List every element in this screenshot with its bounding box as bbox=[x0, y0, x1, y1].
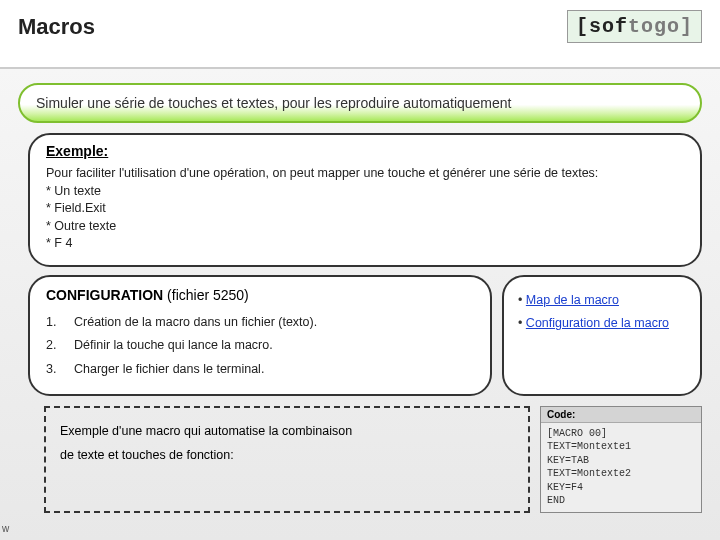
code-panel-body: [MACRO 00] TEXT=Montexte1 KEY=TAB TEXT=M… bbox=[541, 423, 701, 512]
example-heading: Exemple: bbox=[46, 143, 684, 159]
page-title: Macros bbox=[18, 14, 95, 40]
example-card: Exemple: Pour faciliter l'utilisation d'… bbox=[28, 133, 702, 267]
logo-part-dark: [sof bbox=[576, 15, 628, 38]
config-heading-bold: CONFIGURATION bbox=[46, 287, 163, 303]
step-text: Définir la touche qui lance la macro. bbox=[74, 334, 273, 358]
logo-part-light: togo] bbox=[628, 15, 693, 38]
code-panel: Code: [MACRO 00] TEXT=Montexte1 KEY=TAB … bbox=[540, 406, 702, 513]
config-heading: CONFIGURATION (fichier 5250) bbox=[46, 287, 474, 303]
step-number: 2. bbox=[46, 334, 60, 358]
example-item: * Un texte bbox=[46, 183, 684, 201]
link-config-macro[interactable]: Configuration de la macro bbox=[526, 316, 669, 330]
link-row: Map de la macro bbox=[518, 289, 686, 313]
example-body: Pour faciliter l'utilisation d'une opéra… bbox=[46, 165, 684, 253]
code-desc-line: de texte et touches de fonction: bbox=[60, 444, 514, 468]
link-map-macro[interactable]: Map de la macro bbox=[526, 293, 619, 307]
step-text: Création de la macro dans un fichier (te… bbox=[74, 311, 317, 335]
config-card: CONFIGURATION (fichier 5250) 1. Création… bbox=[28, 275, 492, 396]
example-item: * Field.Exit bbox=[46, 200, 684, 218]
example-item: * F 4 bbox=[46, 235, 684, 253]
config-step: 3. Charger le fichier dans le terminal. bbox=[46, 358, 474, 382]
config-heading-rest: (fichier 5250) bbox=[163, 287, 249, 303]
config-step: 2. Définir la touche qui lance la macro. bbox=[46, 334, 474, 358]
subtitle-banner: Simuler une série de touches et textes, … bbox=[18, 83, 702, 123]
step-number: 1. bbox=[46, 311, 60, 335]
step-text: Charger le fichier dans le terminal. bbox=[74, 358, 264, 382]
example-intro: Pour faciliter l'utilisation d'une opéra… bbox=[46, 165, 684, 183]
config-step: 1. Création de la macro dans un fichier … bbox=[46, 311, 474, 335]
links-card: Map de la macro Configuration de la macr… bbox=[502, 275, 702, 396]
footer-mark: w bbox=[2, 523, 9, 534]
code-desc-line: Exemple d'une macro qui automatise la co… bbox=[60, 420, 514, 444]
code-panel-titlebar: Code: bbox=[541, 407, 701, 423]
step-number: 3. bbox=[46, 358, 60, 382]
link-row: Configuration de la macro bbox=[518, 312, 686, 336]
brand-logo: [softogo] bbox=[567, 10, 702, 43]
example-item: * Outre texte bbox=[46, 218, 684, 236]
code-description-box: Exemple d'une macro qui automatise la co… bbox=[44, 406, 530, 513]
